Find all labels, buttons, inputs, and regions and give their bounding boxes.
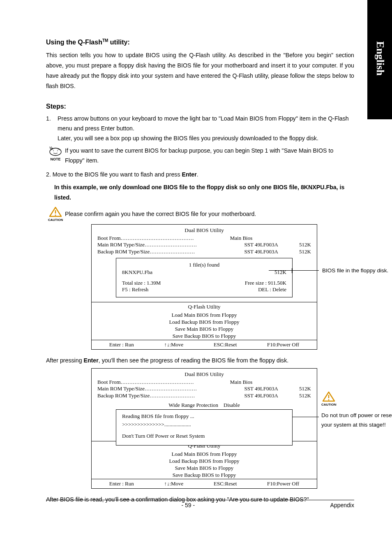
bios-screen-2: Dual BIOS Utility Boot From.............… xyxy=(91,368,317,489)
wrp-val: Disable xyxy=(224,402,240,408)
language-side-tab: English xyxy=(367,0,392,119)
mainrom-label: Main ROM Type/Size xyxy=(97,385,145,392)
section-heading: Using the Q-FlashTM utility: xyxy=(46,38,354,46)
reading-label: Reading BIOS file from floppy ... xyxy=(122,413,286,420)
backuprom-label: Backup ROM Type/Size xyxy=(97,392,150,399)
callout-line xyxy=(269,270,293,271)
backuprom-size: 512K xyxy=(278,392,311,399)
callout-tick xyxy=(292,268,292,273)
bios-title: Dual BIOS Utility xyxy=(92,371,317,378)
boot-val: Main Bios xyxy=(204,235,278,242)
key-row: Enter : Run ↑↓:Move ESC:Reset F10:Power … xyxy=(92,340,317,350)
free-size: Free size : 911.50K xyxy=(245,280,286,286)
wrp-label: Wide Range Protection xyxy=(168,402,218,408)
note-icon-label: NOTE xyxy=(50,157,60,161)
mainrom-size: 512K xyxy=(278,241,311,248)
step2-pre: 2. Move to the BIOS file you want to fla… xyxy=(46,171,182,178)
section-name: Appendix xyxy=(330,502,354,508)
del-delete: DEL : Delete xyxy=(258,286,286,293)
note-block: NOTE If you want to save the current BIO… xyxy=(46,146,354,165)
caution-icon-label: CAUTION xyxy=(321,403,336,406)
mainrom-label: Main ROM Type/Size xyxy=(97,241,145,248)
note-text: If you want to save the current BIOS for… xyxy=(65,146,354,165)
bios-screen-1: Dual BIOS Utility Boot From.............… xyxy=(91,224,317,350)
caution-icon-label: CAUTION xyxy=(46,218,65,222)
backuprom-label: Backup ROM Type/Size xyxy=(97,248,150,255)
callout-line xyxy=(293,417,319,417)
caution-text: Please confirm again you have the correc… xyxy=(65,211,354,217)
key-f10: F10:Power Off xyxy=(267,480,299,487)
qflash-item[interactable]: Save Main BIOS to Floppy xyxy=(92,465,317,472)
example-note: In this example, we only download one BI… xyxy=(54,182,354,203)
callout-1: BIOS file in the floppy disk. xyxy=(322,266,392,276)
backuprom-val: SST 49LF003A xyxy=(244,248,278,255)
qflash-item[interactable]: Load Backup BIOS from Floppy xyxy=(92,319,317,326)
qflash-item[interactable]: Save Main BIOS to Floppy xyxy=(92,326,317,333)
step-1: 1. Press arrow buttons on your keyboard … xyxy=(46,114,354,143)
heading-post: utility: xyxy=(108,39,129,46)
svg-point-4 xyxy=(328,399,330,400)
backuprom-val: SST 49LF003A xyxy=(244,392,278,399)
qflash-item[interactable]: Save Backup BIOS to Floppy xyxy=(92,333,317,340)
after-post: , you'll then see the progress of readin… xyxy=(99,357,288,364)
step-2: 2. Move to the BIOS file you want to fla… xyxy=(46,169,354,179)
key-enter: Enter : Run xyxy=(109,480,134,487)
qflash-item[interactable]: Load Main BIOS from Floppy xyxy=(92,451,317,458)
heading-tm: TM xyxy=(102,38,108,43)
callout-line xyxy=(292,270,319,271)
mainrom-val: SST 49LF003A xyxy=(244,241,278,248)
file-name[interactable]: 8KNXPU.Fba xyxy=(122,269,152,276)
files-found: 1 file(s) found xyxy=(122,262,286,268)
caution-icon: CAUTION xyxy=(46,207,65,222)
page-footer: - 59 - Appendix xyxy=(46,500,354,508)
note-icon: NOTE xyxy=(46,146,65,161)
after-press-enter: After pressing Enter, you'll then see th… xyxy=(46,355,354,365)
backuprom-size: 512K xyxy=(278,248,311,255)
f5-refresh: F5 : Refresh xyxy=(122,286,148,293)
after-bold: Enter xyxy=(83,357,98,364)
step-1a: Press arrow buttons on your keyboard to … xyxy=(58,114,354,133)
heading-pre: Using the Q-Flash xyxy=(46,39,102,46)
boot-label: Boot From xyxy=(97,235,121,242)
key-move: ↑↓:Move xyxy=(164,480,183,487)
progress-bar: >>>>>>>>>>>>>>.................... xyxy=(122,421,286,428)
qflash-item[interactable]: Load Main BIOS from Floppy xyxy=(92,312,317,319)
key-esc: ESC:Reset xyxy=(214,480,237,487)
qflash-title: Q-Flash Utility xyxy=(92,302,317,312)
key-row: Enter : Run ↑↓:Move ESC:Reset F10:Power … xyxy=(92,479,317,489)
file-overlay: 1 file(s) found 8KNXPU.Fba 512K Total si… xyxy=(116,258,293,297)
steps-heading: Steps: xyxy=(46,103,354,110)
step2-post: . xyxy=(197,171,198,178)
step-number: 1. xyxy=(46,114,58,143)
steps-list: 1. Press arrow buttons on your keyboard … xyxy=(46,114,354,143)
intro-paragraph: This section tells you how to update BIO… xyxy=(46,50,354,91)
boot-val: Main Bios xyxy=(204,379,278,386)
key-esc: ESC:Reset xyxy=(214,341,237,348)
key-enter: Enter : Run xyxy=(109,341,134,348)
boot-label: Boot From xyxy=(97,379,121,386)
power-warning: Don't Turn Off Power or Reset System xyxy=(122,433,286,439)
caution-icon-2: CAUTION xyxy=(321,391,336,406)
key-move: ↑↓:Move xyxy=(164,341,183,348)
caution-block: CAUTION Please confirm again you have th… xyxy=(46,207,354,222)
bios-title: Dual BIOS Utility xyxy=(92,227,317,234)
mainrom-val: SST 49LF003A xyxy=(244,385,278,392)
svg-point-2 xyxy=(55,214,56,216)
step-1b: Later, you will see a box pop up showing… xyxy=(58,133,354,143)
total-size: Total size : 1.39M xyxy=(122,280,161,286)
qflash-item[interactable]: Load Backup BIOS from Floppy xyxy=(92,458,317,465)
callout-2: Do not trun off power or reset your syst… xyxy=(321,411,392,430)
key-f10: F10:Power Off xyxy=(267,341,299,348)
page-number: - 59 - xyxy=(181,502,195,508)
step2-bold: Enter xyxy=(182,171,196,178)
qflash-item[interactable]: Save Backup BIOS to Floppy xyxy=(92,472,317,479)
progress-overlay: Reading BIOS file from floppy ... >>>>>>… xyxy=(116,409,293,446)
page-content: Using the Q-FlashTM utility: This sectio… xyxy=(46,38,354,506)
after-pre: After pressing xyxy=(46,357,83,364)
mainrom-size: 512K xyxy=(278,385,311,392)
